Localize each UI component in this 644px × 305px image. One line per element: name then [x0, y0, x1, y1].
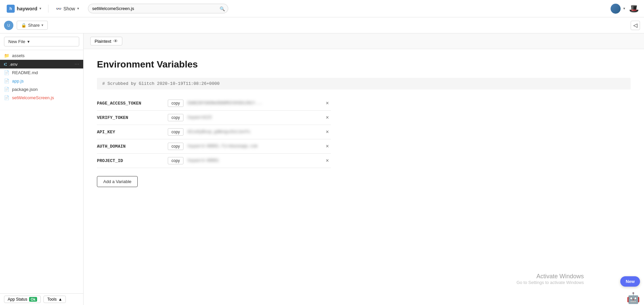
ok-badge: Ok [29, 297, 37, 302]
sidebar-item-readme[interactable]: 📄 README.md [0, 68, 83, 77]
activate-windows-subtitle: Go to Settings to activate Windows [516, 280, 584, 285]
env-var-value: AIzaSyBoup_gdWvqyu5oL1enfu [187, 130, 319, 134]
json-icon: 📄 [4, 87, 9, 92]
eye-icon: 👁 [113, 38, 118, 44]
windows-activation-notice: Activate Windows Go to Settings to activ… [516, 273, 584, 285]
comment-line: # Scrubbed by Glitch 2020-10-19T11:08:26… [97, 78, 631, 90]
env-var-value: EAAEZAYSASNeODADM2C0XSD12NlY... [187, 101, 319, 106]
sidebar-item-label: .env [9, 62, 18, 67]
new-chat-button[interactable]: New [620, 276, 640, 287]
page-title: Environment Variables [97, 59, 631, 70]
share-button[interactable]: 🔒 Share ▾ [17, 21, 48, 30]
copy-button-verify-token[interactable]: copy [168, 114, 183, 121]
sidebar-item-env[interactable]: ⑆ .env ⋯ [0, 60, 83, 68]
env-row-verify-token: VERIFY_TOKEN copy hayword123 × [97, 111, 331, 125]
brand-chevron-icon: ▾ [39, 6, 41, 11]
env-var-name: API_KEY [97, 130, 164, 135]
new-file-chevron-icon: ▾ [27, 39, 30, 44]
show-chevron-icon: ▾ [77, 6, 79, 11]
env-var-name: VERIFY_TOKEN [97, 115, 164, 120]
sidebar-item-appjs[interactable]: 📄 app.js [0, 77, 83, 85]
plaintext-label: Plaintext [95, 39, 111, 44]
new-file-label: New File [8, 39, 25, 44]
status-bar: App Status Ok Tools ▲ [0, 293, 83, 305]
sidebar-item-label: package.json [12, 87, 38, 92]
env-row-project-id: PROJECT_ID copy hayword-00001 × [97, 154, 331, 168]
nav-divider [48, 5, 48, 13]
delete-button-auth-domain[interactable]: × [324, 143, 331, 150]
sidebar-item-label: README.md [12, 70, 38, 75]
avatar-hat[interactable]: 🎩 [628, 3, 640, 15]
copy-button-auth-domain[interactable]: copy [168, 143, 183, 150]
sidebar-item-assets[interactable]: 📁 assets [0, 51, 83, 60]
second-nav: U 🔒 Share ▾ ◁ [0, 17, 644, 33]
brand-name: hayword [17, 6, 37, 11]
delete-button-project-id[interactable]: × [324, 157, 331, 164]
user-chevron-icon: ▾ [623, 6, 625, 11]
sidebar: New File ▾ 📁 assets ⑆ .env ⋯ 📄 README.md [0, 33, 84, 305]
sidebar-item-setwelcomescreen[interactable]: 📄 setWelcomeScreen.js [0, 94, 83, 102]
env-var-name: PAGE_ACCESS_TOKEN [97, 101, 164, 106]
tools-chevron-icon: ▲ [58, 297, 62, 302]
share-label: Share [28, 23, 40, 28]
env-row-page-access-token: PAGE_ACCESS_TOKEN copy EAAEZAYSASNeODADM… [97, 96, 331, 111]
sidebar-item-label: setWelcomeScreen.js [12, 95, 54, 100]
doc-icon: 📄 [4, 70, 9, 75]
app-status-badge[interactable]: App Status Ok [4, 296, 41, 303]
brand-logo[interactable]: h hayword ▾ [4, 3, 44, 14]
sidebar-files: 📁 assets ⑆ .env ⋯ 📄 README.md 📄 app.js 📄 [0, 50, 83, 293]
main-layout: New File ▾ 📁 assets ⑆ .env ⋯ 📄 README.md [0, 33, 644, 305]
copy-button-project-id[interactable]: copy [168, 157, 183, 164]
env-row-auth-domain: AUTH_DOMAIN copy hayword-00001.firebasea… [97, 139, 331, 154]
new-file-button[interactable]: New File ▾ [4, 37, 79, 46]
delete-button-page-access-token[interactable]: × [324, 100, 331, 107]
env-var-value: hayword123 [187, 115, 319, 120]
content-body: Environment Variables # Scrubbed by Glit… [84, 49, 644, 305]
env-row-api-key: API_KEY copy AIzaSyBoup_gdWvqyu5oL1enfu … [97, 125, 331, 139]
delete-button-verify-token[interactable]: × [324, 114, 331, 121]
search-input[interactable] [88, 4, 228, 13]
user-avatar-1[interactable] [611, 4, 621, 14]
sidebar-header: New File ▾ [0, 33, 83, 50]
env-var-name: PROJECT_ID [97, 158, 164, 163]
copy-button-page-access-token[interactable]: copy [168, 100, 183, 107]
env-table: PAGE_ACCESS_TOKEN copy EAAEZAYSASNeODADM… [97, 96, 331, 168]
tools-button[interactable]: Tools ▲ [43, 296, 66, 303]
content-area: Plaintext 👁 Environment Variables # Scru… [84, 33, 644, 305]
add-variable-button[interactable]: Add a Variable [97, 176, 138, 187]
app-status-label: App Status [8, 297, 27, 302]
tools-label: Tools [47, 297, 56, 302]
plaintext-button[interactable]: Plaintext 👁 [90, 37, 122, 45]
search-icon: 🔍 [220, 6, 225, 11]
collapse-sidebar-button[interactable]: ◁ [631, 21, 640, 30]
activate-windows-title: Activate Windows [516, 273, 584, 280]
show-button[interactable]: 👓 Show ▾ [52, 5, 83, 13]
show-label: Show [63, 6, 75, 11]
copy-button-api-key[interactable]: copy [168, 128, 183, 136]
env-var-value: hayword-00001.firebaseapp.com [187, 144, 319, 149]
show-icon: 👓 [56, 6, 61, 11]
nav-right: ▾ 🎩 [611, 3, 640, 15]
folder-icon: 📁 [4, 53, 9, 58]
mascot-character[interactable]: 🤖 [627, 292, 640, 304]
share-chevron-icon: ▾ [41, 23, 43, 27]
collapse-icon: ◁ [633, 22, 637, 28]
more-options-icon[interactable]: ⋯ [75, 61, 79, 67]
content-toolbar: Plaintext 👁 [84, 33, 644, 49]
js-icon-2: 📄 [4, 95, 9, 100]
env-var-value: hayword-00001 [187, 158, 319, 163]
search-bar: 🔍 [88, 4, 228, 13]
delete-button-api-key[interactable]: × [324, 128, 331, 136]
sidebar-item-packagejson[interactable]: 📄 package.json [0, 85, 83, 94]
logo-icon: h [7, 5, 15, 13]
sidebar-item-label: app.js [12, 79, 24, 84]
env-var-name: AUTH_DOMAIN [97, 144, 164, 149]
sidebar-item-label: assets [12, 53, 25, 58]
top-nav: h hayword ▾ 👓 Show ▾ 🔍 ▾ 🎩 [0, 0, 644, 17]
git-icon: ⑆ [4, 62, 7, 67]
lock-icon: 🔒 [21, 23, 26, 28]
js-icon: 📄 [4, 79, 9, 84]
user-avatar-sm[interactable]: U [4, 21, 13, 30]
